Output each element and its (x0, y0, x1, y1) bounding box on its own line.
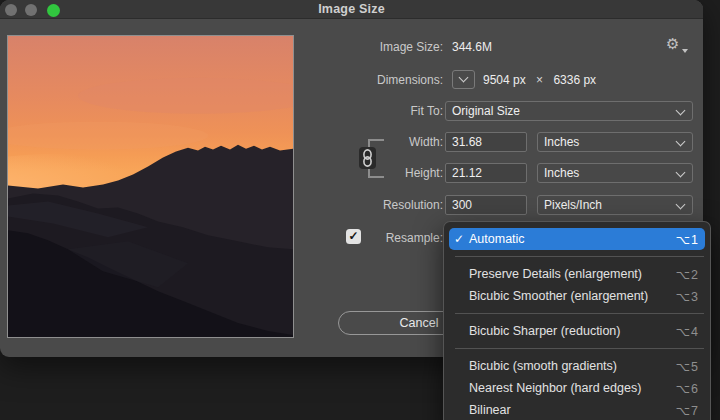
width-label: Width: (409, 135, 443, 149)
resolution-label: Resolution: (383, 198, 443, 212)
shortcut-label: ⌥1 (676, 232, 699, 247)
dimensions-unit-dropdown[interactable] (452, 70, 475, 89)
chevron-down-icon (459, 73, 469, 83)
sunset-mountains-image (8, 36, 293, 337)
menu-item-automatic[interactable]: ✓ Automatic ⌥1 (449, 228, 705, 250)
chevron-down-icon (676, 106, 686, 116)
menu-item-bilinear[interactable]: Bilinear ⌥7 (449, 399, 705, 420)
height-label: Height: (405, 166, 443, 180)
menu-separator (455, 348, 704, 349)
gear-caret-icon (682, 49, 688, 53)
height-unit-select[interactable]: Inches (537, 163, 693, 183)
gear-icon[interactable]: ⚙ (666, 35, 679, 53)
shortcut-label: ⌥7 (676, 403, 699, 418)
dimensions-value: 9504 px × 6336 px (483, 73, 596, 87)
resample-label: Resample: (386, 231, 443, 245)
link-dimensions-icon[interactable] (359, 147, 376, 169)
fit-to-label: Fit To: (411, 104, 443, 118)
shortcut-label: ⌥3 (676, 289, 699, 304)
height-input[interactable] (445, 163, 527, 183)
width-unit-value: Inches (544, 135, 579, 149)
image-preview[interactable] (7, 35, 294, 338)
menu-item-preserve-details[interactable]: Preserve Details (enlargement) ⌥2 (449, 263, 705, 285)
resolution-unit-value: Pixels/Inch (544, 198, 602, 212)
titlebar[interactable]: Image Size (0, 0, 703, 19)
height-unit-value: Inches (544, 166, 579, 180)
checkmark-icon: ✓ (454, 232, 469, 246)
resample-checkbox[interactable]: ✓ (346, 229, 361, 244)
image-size-value: 344.6M (452, 40, 492, 54)
fit-to-value: Original Size (452, 104, 520, 118)
shortcut-label: ⌥4 (676, 324, 699, 339)
shortcut-label: ⌥2 (676, 267, 699, 282)
menu-item-nearest-neighbor[interactable]: Nearest Neighbor (hard edges) ⌥6 (449, 377, 705, 399)
fit-to-select[interactable]: Original Size (445, 101, 693, 121)
chevron-down-icon (676, 168, 686, 178)
shortcut-label: ⌥6 (676, 381, 699, 396)
dimensions-label: Dimensions: (377, 73, 443, 87)
width-unit-select[interactable]: Inches (537, 132, 693, 152)
screenshot-root: Image Size (0, 0, 720, 420)
shortcut-label: ⌥5 (676, 359, 699, 374)
dimensions-height: 6336 px (553, 73, 596, 87)
link-bracket-bottom (368, 168, 384, 178)
dimensions-width: 9504 px (483, 73, 526, 87)
resolution-unit-select[interactable]: Pixels/Inch (537, 195, 693, 215)
multiply-sign: × (536, 73, 543, 87)
dialog-title: Image Size (0, 2, 703, 16)
menu-separator (455, 313, 704, 314)
resample-menu: ✓ Automatic ⌥1 Preserve Details (enlarge… (443, 221, 711, 420)
width-input[interactable] (445, 132, 527, 152)
menu-item-bicubic[interactable]: Bicubic (smooth gradients) ⌥5 (449, 355, 705, 377)
menu-item-bicubic-sharper[interactable]: Bicubic Sharper (reduction) ⌥4 (449, 320, 705, 342)
chevron-down-icon (676, 200, 686, 210)
resolution-input[interactable] (445, 195, 527, 215)
menu-separator (455, 256, 704, 257)
menu-item-bicubic-smoother[interactable]: Bicubic Smoother (enlargement) ⌥3 (449, 285, 705, 307)
image-size-label: Image Size: (380, 40, 443, 54)
chevron-down-icon (676, 137, 686, 147)
